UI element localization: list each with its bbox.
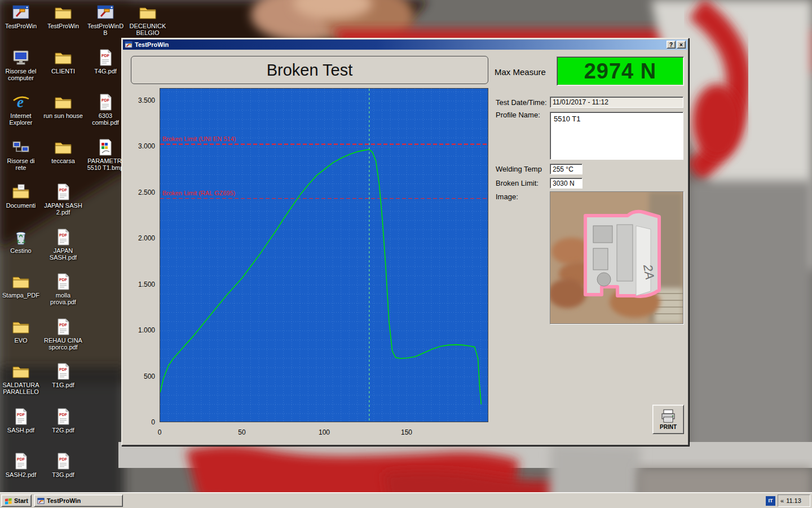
- printer-icon: [660, 409, 676, 423]
- window-titlebar[interactable]: TestProWin ? ×: [123, 40, 687, 50]
- desktop-icon-label: Documenti: [1, 202, 41, 209]
- desktop-icon-cestino[interactable]: Cestino: [1, 228, 41, 254]
- y-tick-label: 1.000: [129, 326, 155, 334]
- desktop-icon-label: Internet Explorer: [1, 112, 41, 126]
- desktop-icon-deceunick-belgio[interactable]: DECEUNICK BELGIO: [128, 3, 167, 36]
- desktop-icon-label: EVO: [1, 337, 41, 344]
- desktop-icon-stampa-pdf[interactable]: Stampa_PDF: [1, 273, 41, 299]
- svg-text:Broken Limit (UNI EN 514): Broken Limit (UNI EN 514): [162, 135, 236, 142]
- desktop-icon-label: TestProWin: [43, 23, 83, 29]
- desktop-icon-evo[interactable]: EVO: [1, 318, 41, 344]
- desktop-icon-t1g-pdf[interactable]: PDFT1G.pdf: [43, 362, 83, 388]
- welding-temp-label: Welding Temp: [496, 165, 542, 173]
- svg-text:PDF: PDF: [102, 54, 110, 58]
- my-computer-icon: [12, 49, 30, 67]
- test-datetime-field[interactable]: 11/01/2017 - 11:12: [550, 97, 683, 108]
- desktop-icon-label: Risorse di rete: [1, 157, 41, 171]
- desktop-icon-t2g-pdf[interactable]: PDFT2G.pdf: [43, 408, 83, 433]
- tray-collapse-button[interactable]: «: [780, 497, 784, 504]
- desktop-icon-testprowin[interactable]: TestProWin: [1, 3, 41, 29]
- desktop-icon-documenti[interactable]: Documenti: [1, 183, 41, 209]
- desktop-icon-risorse-di-rete[interactable]: Risorse di rete: [1, 138, 41, 171]
- folder-icon: [54, 138, 72, 156]
- pdf-file-icon: PDF: [54, 228, 72, 246]
- help-button[interactable]: ?: [667, 41, 676, 49]
- desktop-icon-sash2-pdf[interactable]: PDFSASH2.pdf: [1, 452, 41, 478]
- test-datetime-label: Test Date/Time:: [496, 98, 547, 107]
- profile-photo-art: 2A: [550, 192, 683, 323]
- test-heading: Broken Test: [267, 61, 353, 80]
- window-app-icon: [125, 41, 133, 49]
- desktop-icon-sash-pdf[interactable]: PDFSASH.pdf: [1, 408, 41, 433]
- desktop-icon-clienti[interactable]: CLIENTI: [43, 49, 83, 75]
- desktop-icon-internet-explorer[interactable]: eInternet Explorer: [1, 93, 41, 126]
- desktop-icon-teccarsa[interactable]: teccarsa: [43, 138, 83, 164]
- taskbar-clock: 11.13: [786, 497, 801, 504]
- task-app-icon: [37, 497, 45, 505]
- y-tick-label: 3.000: [129, 142, 155, 150]
- y-tick-label: 2.000: [129, 234, 155, 242]
- broken-limit-field[interactable]: 3030 N: [550, 178, 582, 189]
- svg-text:PDF: PDF: [59, 323, 68, 327]
- app-icon: [96, 3, 114, 21]
- desktop-icon-parametri-5510-t1-bmp[interactable]: PARAMETRI 5510 T1.bmp: [86, 138, 125, 171]
- desktop-icon-testprowindb[interactable]: TestProWinDB: [86, 3, 125, 36]
- start-button-label: Start: [14, 497, 28, 504]
- welding-temp-field[interactable]: 255 °C: [550, 164, 582, 174]
- pdf-file-icon: PDF: [54, 183, 72, 201]
- internet-explorer-icon: e: [12, 93, 30, 111]
- profile-name-label: Profile Name:: [496, 111, 540, 119]
- desktop-icon-label: T2G.pdf: [43, 427, 83, 433]
- window-title: TestProWin: [135, 41, 665, 48]
- profile-name-field[interactable]: 5510 T1: [550, 112, 683, 160]
- svg-text:PDF: PDF: [17, 457, 25, 461]
- desktop-icon-run-sun-house[interactable]: run sun house: [43, 93, 83, 119]
- desktop-icon-molla-prova-pdf[interactable]: PDFmolla prova.pdf: [43, 273, 83, 305]
- desktop-icon-japan-sash-2-pdf[interactable]: PDFJAPAN SASH 2.pdf: [43, 183, 83, 216]
- svg-text:PDF: PDF: [59, 367, 68, 371]
- desktop-icon-saldatura-parallelo[interactable]: SALDATURA PARALLELO: [1, 362, 41, 395]
- desktop-icon-risorse-del-computer[interactable]: Risorse del computer: [1, 49, 41, 81]
- desktop-icon-label: T1G.pdf: [43, 382, 83, 388]
- desktop-icon-label: T4G.pdf: [86, 68, 125, 75]
- svg-text:PDF: PDF: [59, 233, 68, 237]
- testprowin-window: TestProWin ? × Broken Test Max Measure 2…: [121, 38, 689, 446]
- svg-text:PDF: PDF: [59, 457, 68, 461]
- desktop-icon-t4g-pdf[interactable]: PDFT4G.pdf: [86, 49, 125, 75]
- folder-icon: [12, 318, 30, 336]
- folder-icon: [139, 3, 157, 21]
- desktop-icon-label: JAPAN SASH 2.pdf: [43, 202, 83, 216]
- x-tick-label: 0: [151, 428, 168, 436]
- desktop-icon-rehau-cina-sporco-pdf[interactable]: PDFREHAU CINA sporco.pdf: [43, 318, 83, 351]
- start-button[interactable]: Start: [1, 494, 32, 507]
- desktop-icon-label: SASH2.pdf: [1, 471, 41, 478]
- max-measure-display: 2974 N: [557, 56, 684, 86]
- pdf-file-icon: PDF: [12, 408, 30, 426]
- desktop-icon-label: Risorse del computer: [1, 68, 41, 81]
- test-heading-box: Broken Test: [131, 56, 488, 84]
- desktop-icon-label: SALDATURA PARALLELO: [1, 382, 41, 395]
- desktop-icon-label: SASH.pdf: [1, 427, 41, 433]
- windows-flag-icon: [5, 497, 12, 505]
- svg-text:PDF: PDF: [17, 413, 25, 417]
- bitmap-file-icon: [96, 138, 114, 156]
- svg-text:PDF: PDF: [59, 188, 68, 192]
- desktop-icon-japan-sash-pdf[interactable]: PDFJAPAN SASH.pdf: [43, 228, 83, 261]
- language-indicator[interactable]: IT: [766, 496, 775, 506]
- folder-icon: [54, 49, 72, 67]
- max-measure-label: Max Measure: [495, 67, 546, 77]
- print-button-label: PRINT: [660, 424, 677, 430]
- pdf-file-icon: PDF: [96, 93, 114, 111]
- x-tick-label: 50: [233, 428, 250, 436]
- desktop-icon-t3g-pdf[interactable]: PDFT3G.pdf: [43, 452, 83, 478]
- print-button[interactable]: PRINT: [652, 405, 684, 434]
- taskbar-task-testprowin[interactable]: TestProWin: [34, 494, 123, 507]
- desktop-icon-6303-combi-pdf[interactable]: PDF6303 combi.pdf: [86, 93, 125, 126]
- close-button[interactable]: ×: [677, 41, 686, 49]
- desktop-icon-testprowin[interactable]: TestProWin: [43, 3, 83, 29]
- documents-folder-icon: [12, 183, 30, 201]
- pdf-file-icon: PDF: [54, 452, 72, 470]
- svg-text:PDF: PDF: [59, 413, 68, 417]
- pdf-file-icon: PDF: [54, 318, 72, 336]
- profile-image: 2A: [550, 191, 683, 324]
